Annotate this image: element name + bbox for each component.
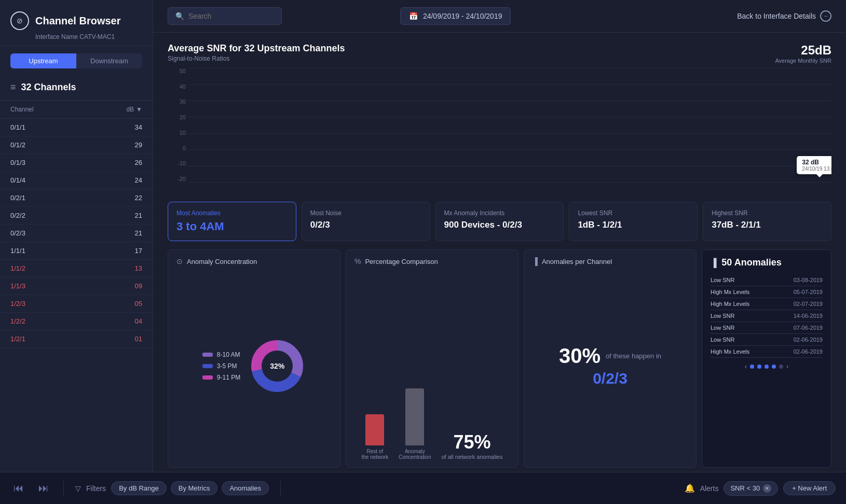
- sidebar: ⊘ Channel Browser Interface Name CATV-MA…: [0, 0, 153, 472]
- chart-avg-value: 25dB: [775, 43, 831, 58]
- back-link-icon: −: [820, 10, 831, 22]
- list-item: Low SNR 07-06-2019: [711, 322, 823, 334]
- list-item[interactable]: 1/1/2 13: [0, 260, 153, 277]
- anomaly-date: 03-08-2019: [794, 277, 823, 283]
- list-item[interactable]: 1/1/3 09: [0, 277, 153, 295]
- search-input[interactable]: [188, 12, 274, 20]
- nav-prev-icon[interactable]: ⏮: [10, 479, 27, 497]
- channel-list-header: Channel dB ▼: [0, 101, 153, 119]
- list-item[interactable]: 0/1/4 24: [0, 172, 153, 189]
- anomaly-type: Low SNR: [711, 277, 734, 283]
- y-label: 50: [180, 68, 186, 74]
- date-picker[interactable]: 📅 24/09/2019 - 24/10/2019: [400, 7, 511, 25]
- y-label: 30: [180, 99, 186, 105]
- list-item[interactable]: 1/1/1 17: [0, 242, 153, 260]
- back-link[interactable]: Back to Interface Details −: [737, 10, 831, 22]
- y-label: 10: [180, 130, 186, 136]
- prev-page[interactable]: ‹: [745, 363, 747, 370]
- list-item[interactable]: 0/2/1 22: [0, 189, 153, 207]
- anomaly-date: 05-07-2019: [794, 289, 823, 295]
- channel-name: 0/2/2: [10, 212, 25, 219]
- page-dot-1[interactable]: [750, 365, 754, 369]
- anomaly-date: 02-06-2019: [794, 337, 823, 343]
- channel-name: 1/1/2: [10, 264, 25, 272]
- legend-dot: [202, 364, 213, 368]
- channel-list: 0/1/1 340/1/2 290/1/3 260/1/4 240/2/1 22…: [0, 119, 153, 472]
- channel-name: 1/2/2: [10, 317, 25, 325]
- channel-db: 13: [135, 264, 142, 272]
- channel-name: 1/1/1: [10, 247, 25, 255]
- next-page[interactable]: ›: [786, 363, 788, 370]
- list-item[interactable]: 0/2/3 21: [0, 225, 153, 242]
- filter-icon: ▽: [75, 484, 81, 493]
- list-item: High Mx Levels 05-07-2019: [711, 286, 823, 298]
- y-label: 0: [183, 145, 186, 151]
- anomaly-type: High Mx Levels: [711, 301, 749, 307]
- stat-card: Most Noise 0/2/3: [302, 202, 430, 241]
- list-item[interactable]: 1/2/2 04: [0, 313, 153, 330]
- filter-tag[interactable]: By Metrics: [171, 481, 218, 495]
- list-item[interactable]: 0/1/2 29: [0, 136, 153, 154]
- anomaly-type: Low SNR: [711, 337, 734, 343]
- list-item[interactable]: 0/2/2 21: [0, 207, 153, 225]
- anomaly-rows: Low SNR 03-08-2019High Mx Levels 05-07-2…: [711, 274, 823, 358]
- filter-tags: By dB RangeBy MetricsAnomalies: [111, 481, 269, 495]
- list-item: High Mx Levels 02-06-2019: [711, 346, 823, 358]
- panel-anomaly-title: Anomaly Concentration: [187, 258, 257, 265]
- page-dot-2[interactable]: [757, 365, 761, 369]
- channel-db: 05: [135, 300, 142, 307]
- channel-db: 34: [135, 123, 142, 131]
- nav-next-icon[interactable]: ⏭: [35, 479, 52, 497]
- pagination: ‹ ›: [711, 363, 823, 370]
- apc-description: of these happen in: [606, 352, 661, 360]
- channel-name: 1/2/3: [10, 300, 25, 307]
- alerts-label: Alerts: [700, 484, 719, 493]
- tab-upstream[interactable]: Upstream: [10, 53, 76, 68]
- list-item[interactable]: 1/2/3 05: [0, 295, 153, 313]
- list-item: Low SNR 03-08-2019: [711, 274, 823, 286]
- channel-db: 22: [135, 194, 142, 202]
- main-content: 🔍 📅 24/09/2019 - 24/10/2019 Back to Inte…: [153, 0, 846, 472]
- new-alert-button[interactable]: + New Alert: [783, 481, 836, 495]
- apc-channel: 0/2/3: [593, 370, 627, 387]
- list-item[interactable]: 0/1/3 26: [0, 154, 153, 172]
- list-item[interactable]: 0/1/1 34: [0, 119, 153, 136]
- tab-downstream[interactable]: Downstream: [76, 53, 142, 68]
- legend-dot: [202, 375, 213, 380]
- page-dot-5[interactable]: [779, 365, 783, 369]
- stat-card-value: 0/2/3: [310, 220, 421, 230]
- stat-card-label: Most Noise: [310, 209, 421, 217]
- anomaly-date: 02-07-2019: [794, 301, 823, 307]
- pct-label-anomaly: AnomalyConcentration: [399, 449, 431, 460]
- channels-header: ≡ 32 Channels: [0, 75, 153, 101]
- mode-tabs: Upstream Downstream: [10, 53, 142, 68]
- search-box[interactable]: 🔍: [168, 7, 282, 25]
- filter-section: ▽ Filters By dB RangeBy MetricsAnomalies: [75, 481, 269, 495]
- alert-tag-label: SNR < 30: [730, 484, 760, 492]
- channel-db: 29: [135, 141, 142, 149]
- y-label: 40: [180, 83, 186, 90]
- filter-tag[interactable]: By dB Range: [111, 481, 167, 495]
- legend-label: 9-11 PM: [217, 374, 240, 381]
- channel-name: 0/2/1: [10, 194, 25, 202]
- chart-subtitle: Signal-to-Noise Ratios: [168, 55, 345, 62]
- panel-pct-title: Percentage Comparison: [365, 258, 438, 265]
- channel-db: 17: [135, 247, 142, 255]
- alert-close-btn[interactable]: ✕: [763, 484, 771, 493]
- stat-card: Most Anomalies 3 to 4AM: [168, 202, 296, 241]
- filter-tag[interactable]: Anomalies: [222, 481, 269, 495]
- pct-bar-anomaly: [405, 388, 424, 445]
- channel-name: 1/2/1: [10, 335, 25, 343]
- stat-card-value: 3 to 4AM: [176, 220, 288, 233]
- stat-card: Lowest SNR 1dB - 1/2/1: [569, 202, 698, 241]
- list-item[interactable]: 1/2/1 01: [0, 330, 153, 348]
- y-label: -20: [178, 176, 186, 182]
- alerts-section: 🔔 Alerts SNR < 30 ✕ + New Alert: [685, 481, 836, 496]
- column-channel: Channel: [10, 106, 34, 113]
- sort-icon[interactable]: ▼: [136, 106, 142, 113]
- apc-area: 30% of these happen in 0/2/3: [533, 272, 688, 460]
- page-dot-3[interactable]: [765, 365, 769, 369]
- page-dot-4[interactable]: [772, 365, 776, 369]
- stat-card: Mx Anomaly Incidents 900 Devices - 0/2/3: [435, 202, 564, 241]
- sidebar-header: ⊘ Channel Browser Interface Name CATV-MA…: [0, 0, 153, 46]
